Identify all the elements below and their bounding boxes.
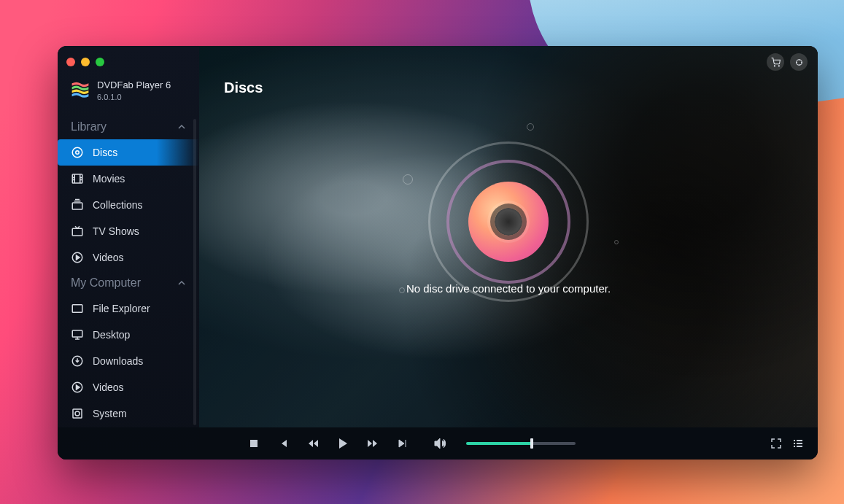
sidebar-item-desktop[interactable]: Desktop: [58, 322, 199, 348]
skip-forward-icon: [398, 438, 408, 449]
sidebar-item-videos-2[interactable]: Videos: [58, 374, 199, 400]
volume-thumb[interactable]: [530, 438, 533, 449]
player-bar: [58, 427, 818, 460]
chevron-up-icon: [177, 123, 186, 131]
svg-point-4: [76, 151, 80, 155]
play-icon: [338, 438, 348, 449]
desktop-icon: [71, 328, 84, 341]
nav-label: TV Shows: [93, 225, 139, 237]
svg-rect-9: [72, 305, 82, 313]
app-version: 6.0.1.0: [97, 93, 171, 101]
collections-icon: [71, 198, 84, 212]
sidebar-item-discs[interactable]: Discs: [58, 139, 199, 166]
nav-label: Discs: [93, 147, 117, 158]
next-track-button[interactable]: [398, 438, 408, 449]
sidebar-item-videos[interactable]: Videos: [58, 244, 199, 271]
fast-forward-icon: [367, 438, 379, 449]
zoom-window-button[interactable]: [96, 58, 104, 66]
section-label: Library: [71, 120, 107, 133]
svg-rect-18: [794, 443, 795, 444]
system-icon: [71, 407, 84, 420]
particle: [614, 240, 619, 244]
nav-label: Downloads: [93, 355, 143, 367]
sidebar-item-movies[interactable]: Movies: [58, 166, 199, 192]
section-label: My Computer: [71, 276, 141, 290]
app-window: DVDFab Player 6 6.0.1.0 Library Discs Mo…: [58, 46, 818, 460]
main-content: Discs No disc drive connected to your co…: [199, 46, 818, 427]
fast-forward-button[interactable]: [367, 438, 379, 449]
video-icon: [71, 381, 84, 394]
sidebar: DVDFab Player 6 6.0.1.0 Library Discs Mo…: [58, 46, 199, 460]
app-title: DVDFab Player 6: [97, 80, 171, 90]
svg-rect-21: [797, 446, 802, 447]
svg-point-0: [774, 65, 775, 66]
stop-button[interactable]: [249, 438, 259, 449]
skip-back-icon: [278, 438, 288, 449]
svg-rect-19: [797, 443, 802, 444]
download-icon: [71, 354, 84, 368]
sidebar-section-my-computer[interactable]: My Computer: [58, 271, 199, 295]
svg-rect-6: [72, 203, 82, 209]
particle: [403, 174, 413, 185]
app-logo-icon: [71, 81, 90, 100]
svg-rect-16: [794, 440, 795, 441]
svg-rect-13: [73, 409, 82, 418]
video-icon: [71, 251, 84, 264]
sidebar-scrollbar[interactable]: [193, 119, 196, 425]
sidebar-section-library[interactable]: Library: [58, 115, 199, 139]
app-brand: DVDFab Player 6 6.0.1.0: [58, 75, 199, 115]
sidebar-item-downloads[interactable]: Downloads: [58, 348, 199, 374]
status-message: No disc drive connected to your computer…: [406, 282, 611, 295]
particle: [399, 287, 405, 293]
movie-icon: [71, 172, 84, 185]
volume-slider[interactable]: [466, 442, 576, 445]
page-title: Discs: [224, 80, 263, 96]
svg-rect-10: [72, 330, 82, 337]
disc-graphic: [428, 141, 589, 302]
svg-rect-20: [794, 446, 795, 447]
play-button[interactable]: [338, 438, 348, 449]
list-icon: [793, 438, 803, 449]
particle: [527, 123, 534, 131]
svg-rect-15: [250, 440, 258, 447]
chevron-up-icon: [177, 279, 186, 287]
minimize-window-button[interactable]: [81, 58, 90, 66]
top-right-controls: [767, 53, 808, 71]
volume-icon: [434, 438, 447, 449]
fullscreen-icon: [771, 438, 781, 449]
prev-track-button[interactable]: [278, 438, 288, 449]
sidebar-item-system[interactable]: System: [58, 400, 199, 427]
settings-button[interactable]: [790, 53, 808, 71]
nav-label: Desktop: [93, 329, 130, 341]
disc-icon: [71, 146, 84, 159]
titlebar: [58, 53, 818, 71]
svg-point-2: [796, 59, 802, 65]
nav-label: Videos: [93, 252, 124, 263]
rewind-icon: [307, 438, 319, 449]
nav-label: Collections: [93, 199, 142, 211]
nav-label: File Explorer: [93, 303, 150, 314]
nav-label: System: [93, 408, 127, 419]
svg-rect-7: [72, 228, 82, 236]
playlist-button[interactable]: [793, 438, 803, 449]
cart-icon: [771, 58, 781, 67]
nav-label: Movies: [93, 173, 125, 185]
nav-label: Videos: [93, 381, 124, 393]
rewind-button[interactable]: [307, 438, 319, 449]
sidebar-item-collections[interactable]: Collections: [58, 192, 199, 218]
svg-rect-5: [72, 174, 82, 183]
folder-icon: [71, 302, 84, 315]
sidebar-item-file-explorer[interactable]: File Explorer: [58, 295, 199, 322]
volume-button[interactable]: [434, 438, 447, 449]
fullscreen-button[interactable]: [771, 438, 781, 449]
window-controls: [66, 58, 104, 66]
svg-point-14: [75, 411, 80, 416]
stop-icon: [249, 438, 259, 449]
svg-point-3: [72, 147, 82, 158]
cart-button[interactable]: [767, 53, 784, 71]
svg-rect-17: [797, 440, 802, 441]
sidebar-item-tv-shows[interactable]: TV Shows: [58, 218, 199, 244]
close-window-button[interactable]: [66, 58, 75, 66]
gear-icon: [794, 58, 804, 67]
svg-point-1: [778, 65, 779, 66]
